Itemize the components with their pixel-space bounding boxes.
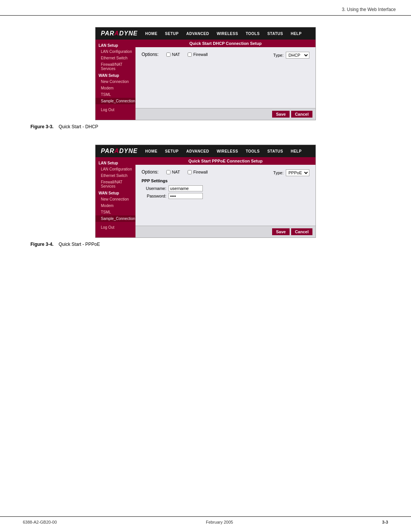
type-select-1[interactable]: DHCP PPPoE Static [286, 52, 309, 59]
nav-status-1[interactable]: STATUS [263, 29, 287, 38]
nav-menu-2: HOME SETUP ADVANCED WIRELESS TOOLS STATU… [142, 147, 306, 156]
cancel-button-1[interactable]: Cancel [291, 111, 312, 118]
nav-wireless-1[interactable]: WIRELESS [213, 29, 242, 38]
ui-body-2: LAN Setup LAN Configuration Ethernet Swi… [96, 157, 315, 237]
password-label: Password: [142, 194, 166, 198]
nav-home-2[interactable]: HOME [142, 147, 161, 156]
nav-logo-2: PARADYNE [97, 148, 142, 155]
main-panel-1: Quick Start DHCP Connection Setup Type: … [135, 40, 315, 120]
firewall-checkbox-1[interactable]: Firewall [188, 52, 208, 57]
figure-1-caption-label: Figure 3-3. [30, 124, 54, 129]
nav-advanced-1[interactable]: ADVANCED [182, 29, 213, 38]
nav-logo-1: PARADYNE [97, 30, 142, 37]
nat-label-2: NAT [172, 170, 180, 174]
sidebar-1: LAN Setup LAN Configuration Ethernet Swi… [96, 40, 135, 120]
username-input[interactable] [169, 185, 203, 191]
figure-2-caption: Figure 3-4. Quick Start - PPPoE [23, 242, 388, 247]
main-panel-2: Quick Start PPPoE Connection Setup Type:… [135, 157, 315, 237]
sidebar-firewall-nat-1[interactable]: Firewall/NAT Services [96, 61, 135, 72]
page-footer: 6388-A2-GB20-00 February 2005 3-3 [0, 516, 411, 524]
page-header: 3. Using the Web Interface [0, 0, 411, 16]
nat-check-input-2[interactable] [166, 170, 170, 174]
sidebar-firewall-nat-2[interactable]: Firewall/NAT Services [96, 179, 135, 190]
nav-bar-1: PARADYNE HOME SETUP ADVANCED WIRELESS TO… [96, 27, 315, 40]
nav-menu-1: HOME SETUP ADVANCED WIRELESS TOOLS STATU… [142, 29, 306, 38]
sidebar-modem-1[interactable]: Modem [96, 85, 135, 91]
sidebar-logout-1[interactable]: Log Out [96, 107, 135, 113]
nat-label-1: NAT [172, 52, 180, 57]
ppp-settings: PPP Settings Username: Password: [142, 178, 309, 199]
nav-wireless-2[interactable]: WIRELESS [213, 147, 242, 156]
sidebar-logout-2[interactable]: Log Out [96, 224, 135, 231]
save-button-2[interactable]: Save [272, 228, 290, 235]
page-header-text: 3. Using the Web Interface [342, 7, 396, 12]
sidebar-section-lan-2: LAN Setup [96, 159, 135, 166]
panel-title-1: Quick Start DHCP Connection Setup [135, 40, 315, 47]
figure-1-caption-text: Quick Start - DHCP [59, 124, 98, 129]
nav-advanced-2[interactable]: ADVANCED [182, 147, 213, 156]
sidebar-new-connection-2[interactable]: New Connection [96, 196, 135, 202]
panel-body-2: Type: DHCP PPPoE Static Options: N [135, 165, 315, 226]
panel-body-1: Type: DHCP PPPoE Static Options: N [135, 47, 315, 108]
password-row: Password: [142, 193, 309, 199]
figure-1-caption: Figure 3-3. Quick Start - DHCP [23, 124, 388, 129]
nav-setup-1[interactable]: SETUP [161, 29, 183, 38]
sidebar-2: LAN Setup LAN Configuration Ethernet Swi… [96, 157, 135, 237]
figure-2-caption-text: Quick Start - PPPoE [59, 242, 100, 247]
nav-tools-2[interactable]: TOOLS [242, 147, 264, 156]
nav-help-1[interactable]: HELP [287, 29, 306, 38]
panel-title-2: Quick Start PPPoE Connection Setup [135, 157, 315, 165]
sidebar-lan-config-1[interactable]: LAN Configuration [96, 48, 135, 55]
sidebar-section-wan-2: WAN Setup [96, 190, 135, 196]
sidebar-new-connection-1[interactable]: New Connection [96, 78, 135, 85]
sidebar-ethernet-switch-2[interactable]: Ethernet Switch [96, 172, 135, 179]
firewall-label-1: Firewall [193, 52, 208, 57]
sidebar-modem-2[interactable]: Modem [96, 202, 135, 209]
cancel-button-2[interactable]: Cancel [291, 228, 312, 235]
type-label-2: Type: [273, 170, 284, 175]
firewall-checkbox-2[interactable]: Firewall [188, 170, 208, 174]
type-row-2: Type: DHCP PPPoE Static [273, 169, 309, 176]
ui-body-1: LAN Setup LAN Configuration Ethernet Swi… [96, 40, 315, 120]
nav-tools-1[interactable]: TOOLS [242, 29, 264, 38]
firewall-check-input-2[interactable] [188, 170, 192, 174]
sidebar-section-wan-1: WAN Setup [96, 72, 135, 78]
password-input[interactable] [169, 193, 203, 199]
figure-2-caption-label: Figure 3-4. [30, 242, 54, 247]
nav-setup-2[interactable]: SETUP [161, 147, 183, 156]
type-select-2[interactable]: DHCP PPPoE Static [286, 169, 309, 176]
panel-footer-2: Save Cancel [135, 226, 315, 237]
panel-footer-1: Save Cancel [135, 108, 315, 120]
nat-checkbox-1[interactable]: NAT [166, 52, 180, 57]
nav-home-1[interactable]: HOME [142, 29, 161, 38]
firewall-check-input-1[interactable] [188, 53, 192, 57]
options-label-2: Options: [142, 169, 159, 175]
sidebar-tsml-1[interactable]: TSML [96, 91, 135, 98]
footer-center: February 2005 [206, 520, 233, 524]
footer-left: 6388-A2-GB20-00 [23, 520, 57, 524]
figure-1-block: PARADYNE HOME SETUP ADVANCED WIRELESS TO… [23, 27, 388, 129]
nav-help-2[interactable]: HELP [287, 147, 306, 156]
footer-right: 3-3 [382, 520, 388, 524]
nat-check-input-1[interactable] [166, 53, 170, 57]
nav-status-2[interactable]: STATUS [263, 147, 287, 156]
options-label-1: Options: [142, 52, 159, 57]
nav-bar-2: PARADYNE HOME SETUP ADVANCED WIRELESS TO… [96, 145, 315, 157]
firewall-label-2: Firewall [193, 170, 208, 174]
sidebar-tsml-2[interactable]: TSML [96, 209, 135, 215]
sidebar-sample-conn-2[interactable]: Sample_Connection [96, 215, 135, 222]
nat-checkbox-2[interactable]: NAT [166, 170, 180, 174]
sidebar-sample-conn-1[interactable]: Sample_Connection [96, 98, 135, 104]
sidebar-lan-config-2[interactable]: LAN Configuration [96, 166, 135, 172]
router-ui-2: PARADYNE HOME SETUP ADVANCED WIRELESS TO… [95, 145, 316, 238]
sidebar-section-lan-1: LAN Setup [96, 42, 135, 48]
sidebar-ethernet-switch-1[interactable]: Ethernet Switch [96, 55, 135, 61]
save-button-1[interactable]: Save [272, 111, 290, 118]
username-label: Username: [142, 186, 166, 191]
username-row: Username: [142, 185, 309, 191]
router-ui-1: PARADYNE HOME SETUP ADVANCED WIRELESS TO… [95, 27, 316, 120]
type-row-1: Type: DHCP PPPoE Static [273, 52, 309, 59]
ppp-settings-title: PPP Settings [142, 178, 309, 183]
type-label-1: Type: [273, 53, 284, 57]
figure-2-block: PARADYNE HOME SETUP ADVANCED WIRELESS TO… [23, 145, 388, 247]
